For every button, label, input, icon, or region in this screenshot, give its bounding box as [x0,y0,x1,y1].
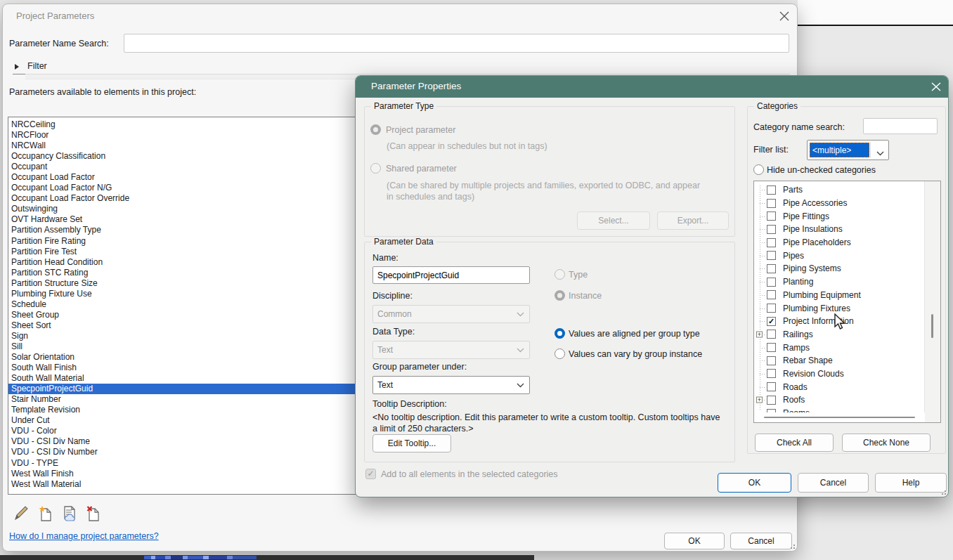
check-all-button[interactable]: Check All [755,434,834,452]
category-checkbox[interactable] [767,369,776,378]
name-input[interactable] [372,266,530,284]
close-icon[interactable] [776,8,793,24]
category-label: Pipe Accessories [783,198,847,208]
parameter-name-search-input[interactable] [124,34,789,53]
category-row[interactable]: Project Information [754,315,925,328]
instance-radio[interactable] [555,290,565,301]
project-parameter-label: Project parameter [386,125,455,135]
expand-plus-icon[interactable] [756,397,763,403]
edit-tooltip-button[interactable]: Edit Tooltip... [372,434,451,452]
category-row[interactable]: Pipe Accessories [754,197,925,210]
vertical-scrollbar[interactable] [924,181,940,422]
data-type-value: Text [377,345,393,355]
cancel-button[interactable]: Cancel [798,473,869,493]
type-radio-label: Type [569,270,588,280]
discipline-value: Common [377,309,412,319]
data-type-select[interactable]: Text [372,341,530,359]
category-row[interactable]: Pipe Insulations [754,223,925,236]
category-row[interactable]: Plumbing Fixtures [754,301,925,315]
category-row[interactable]: Pipes [754,249,925,262]
hide-unchecked-checkbox[interactable] [753,164,764,175]
edit-parameter-icon[interactable] [13,504,30,523]
filter-list-select[interactable]: <multiple> [807,140,889,160]
category-row[interactable]: Pipe Placeholders [754,236,925,249]
discipline-label: Discipline: [372,291,413,301]
ok-button[interactable]: OK [664,533,725,549]
discipline-select[interactable]: Common [372,305,530,323]
category-row[interactable]: Ramps [754,341,925,354]
category-checkbox[interactable] [767,330,776,339]
category-row[interactable]: Piping Systems [754,262,925,275]
delete-parameter-icon[interactable] [85,504,102,523]
expand-plus-icon[interactable] [756,331,763,337]
bottom-bar-content [144,556,257,559]
values-vary-radio[interactable] [555,349,565,359]
titlebar[interactable]: Parameter Properties [356,76,949,98]
group-parameter-under-value: Text [377,380,393,390]
category-label: Ramps [783,343,810,353]
help-button[interactable]: Help [875,473,947,493]
shared-parameter-cloud-icon[interactable] [61,504,78,523]
category-row[interactable]: Railings [754,328,925,341]
category-checkbox[interactable] [767,290,776,299]
check-none-button[interactable]: Check None [842,434,931,452]
category-row[interactable]: Rebar Shape [754,354,925,367]
category-checkbox[interactable] [767,396,776,405]
background-window-edge [798,25,953,26]
category-checkbox[interactable] [767,343,776,352]
cancel-button[interactable]: Cancel [730,533,792,549]
category-row[interactable]: Plumbing Equipment [754,289,925,302]
parameter-name-search-label: Parameter Name Search: [9,39,109,48]
category-label: Revision Clouds [783,369,844,379]
category-checkbox[interactable] [767,225,776,234]
category-checkbox[interactable] [767,264,776,273]
ok-button[interactable]: OK [718,473,791,493]
category-label: Piping Systems [783,263,841,273]
category-row[interactable]: Roads [754,380,925,393]
project-parameter-radio[interactable] [370,124,381,135]
category-checkbox[interactable] [767,356,776,365]
category-label: Pipes [783,251,804,261]
project-parameter-hint: (Can appear in schedules but not in tags… [387,141,547,151]
background-app-area [798,0,953,25]
values-vary-label: Values can vary by group instance [569,349,702,359]
category-checkbox[interactable] [767,382,776,391]
tooltip-description-text: <No tooltip description. Edit this param… [372,412,724,431]
category-label: Parts [783,185,803,195]
scrollbar-thumb[interactable] [764,417,915,418]
horizontal-scrollbar[interactable] [754,412,925,422]
category-checkbox[interactable] [767,211,776,221]
category-checkbox[interactable] [767,304,776,313]
values-aligned-radio[interactable] [555,328,565,339]
resize-grip[interactable] [939,488,947,495]
new-parameter-icon[interactable] [37,504,54,523]
select-button[interactable]: Select... [577,211,650,230]
add-to-all-checkbox[interactable] [365,469,376,479]
category-checkbox[interactable] [767,238,776,247]
category-row[interactable]: Pipe Fittings [754,209,925,223]
category-checkbox[interactable] [767,199,776,208]
category-row[interactable]: Planting [754,275,925,289]
parameters-available-label: Parameters available to elements in this… [9,87,196,97]
category-checkbox[interactable] [767,317,776,326]
category-checkbox[interactable] [767,185,776,195]
category-checkbox[interactable] [767,278,776,287]
close-icon[interactable] [928,79,945,95]
category-tree[interactable]: PartsPipe AccessoriesPipe FittingsPipe I… [753,181,941,423]
help-link[interactable]: How do I manage project parameters? [9,531,159,541]
category-row[interactable]: Roofs [754,393,925,407]
scrollbar-thumb[interactable] [931,314,933,338]
filter-expander-label[interactable]: Filter [27,61,47,71]
category-checkbox[interactable] [767,251,776,260]
resize-grip[interactable] [788,542,796,549]
export-button[interactable]: Export... [657,211,729,230]
category-label: Pipe Insulations [783,224,843,234]
type-radio[interactable] [555,269,565,280]
filter-expand-arrow-icon[interactable] [15,64,19,70]
category-row[interactable]: Parts [754,183,925,197]
category-label: Roofs [783,395,805,405]
group-parameter-under-select[interactable]: Text [372,376,530,394]
shared-parameter-radio[interactable] [370,163,381,174]
category-name-search-input[interactable] [863,118,938,134]
category-row[interactable]: Revision Clouds [754,367,925,381]
